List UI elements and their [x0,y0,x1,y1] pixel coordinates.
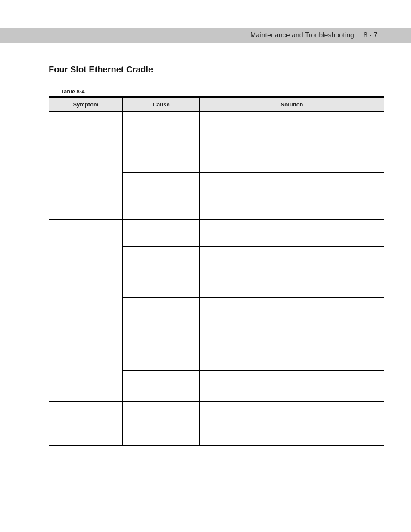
cell-cause [123,219,200,246]
cell-solution [200,402,384,426]
cell-symptom [49,297,123,317]
cell-solution [200,344,384,370]
cell-solution [200,112,384,152]
cell-cause [123,426,200,446]
table-row [49,344,384,370]
table-row [49,297,384,317]
cell-cause [123,112,200,152]
header-section-title: Maintenance and Troubleshooting [250,31,354,39]
cell-cause [123,297,200,317]
cell-solution [200,317,384,344]
cell-cause [123,344,200,370]
table-row [49,263,384,297]
table-row [49,317,384,344]
cell-solution [200,219,384,246]
cell-solution [200,152,384,173]
header-page-number: 8 - 7 [364,31,377,39]
cell-cause [123,172,200,199]
cell-symptom [49,219,123,246]
troubleshooting-table: Symptom Cause Solution [49,96,384,446]
cell-cause [123,152,200,173]
table-row [49,219,384,246]
cell-symptom [49,152,123,173]
cell-symptom [49,344,123,370]
cell-cause [123,199,200,219]
cell-cause [123,402,200,426]
cell-cause [123,263,200,297]
cell-solution [200,172,384,199]
table-row [49,152,384,173]
table-header-row: Symptom Cause Solution [49,97,384,112]
cell-symptom [49,246,123,263]
cell-symptom [49,402,123,426]
table-row [49,246,384,263]
page-header: Maintenance and Troubleshooting 8 - 7 [0,28,411,43]
cell-solution [200,370,384,402]
cell-symptom [49,172,123,199]
col-header-solution: Solution [200,97,384,112]
page-title: Four Slot Ethernet Cradle [49,65,384,75]
table-label: Table 8-4 [61,88,384,95]
table-row [49,199,384,219]
cell-solution [200,263,384,297]
cell-solution [200,297,384,317]
cell-solution [200,199,384,219]
col-header-symptom: Symptom [49,97,123,112]
cell-cause [123,317,200,344]
table-row [49,172,384,199]
cell-cause [123,370,200,402]
table-row [49,370,384,402]
cell-cause [123,246,200,263]
cell-symptom [49,112,123,152]
col-header-cause: Cause [123,97,200,112]
cell-solution [200,426,384,446]
cell-symptom [49,199,123,219]
cell-symptom [49,370,123,402]
cell-symptom [49,426,123,446]
table-row [49,112,384,152]
cell-symptom [49,317,123,344]
cell-symptom [49,263,123,297]
table-row [49,402,384,426]
table-row [49,426,384,446]
cell-solution [200,246,384,263]
